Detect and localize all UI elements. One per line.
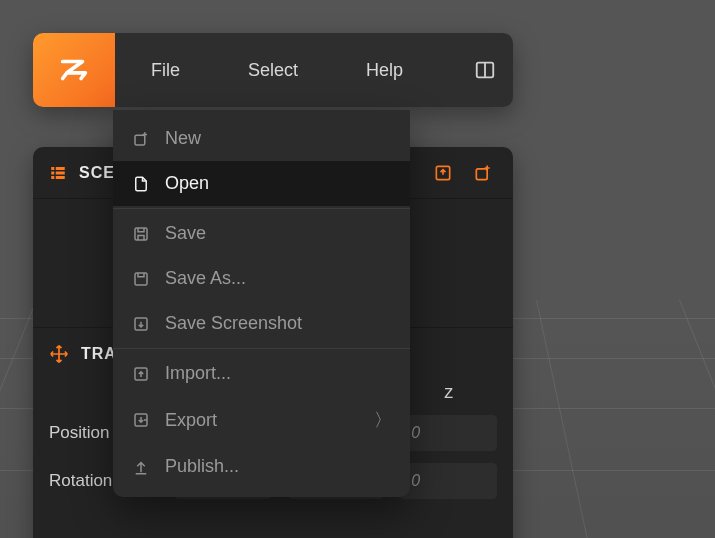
file-menu-open[interactable]: Open — [113, 161, 410, 206]
menu-select[interactable]: Select — [220, 50, 326, 91]
file-menu-save-as[interactable]: Save As... — [113, 256, 410, 301]
svg-rect-10 — [135, 135, 145, 145]
menu-separator — [113, 348, 410, 349]
menu-separator — [113, 208, 410, 209]
screenshot-icon — [131, 314, 151, 334]
add-icon — [473, 163, 493, 183]
menu-file[interactable]: File — [123, 50, 208, 91]
file-menu-item-label: Save — [165, 223, 206, 244]
menu-help[interactable]: Help — [338, 50, 431, 91]
file-menu-item-label: New — [165, 128, 201, 149]
position-z-input[interactable] — [400, 415, 497, 451]
svg-rect-3 — [51, 171, 54, 174]
file-menu-item-label: Open — [165, 173, 209, 194]
file-menu-export[interactable]: Export 〉 — [113, 396, 410, 444]
axis-z-label: z — [400, 382, 497, 403]
file-menu-new[interactable]: New — [113, 116, 410, 161]
rotation-z-input[interactable] — [400, 463, 497, 499]
file-menu-save[interactable]: Save — [113, 211, 410, 256]
scene-import-button[interactable] — [429, 159, 457, 187]
save-as-icon — [131, 269, 151, 289]
svg-rect-2 — [51, 167, 54, 170]
svg-rect-5 — [56, 167, 65, 170]
save-icon — [131, 224, 151, 244]
menubar-items: File Select Help — [115, 33, 457, 107]
file-menu-save-screenshot[interactable]: Save Screenshot — [113, 301, 410, 346]
file-icon — [131, 174, 151, 194]
panels-icon — [474, 59, 496, 81]
scene-add-button[interactable] — [469, 159, 497, 187]
app-logo[interactable] — [33, 33, 115, 107]
file-menu-item-label: Import... — [165, 363, 231, 384]
svg-rect-6 — [56, 171, 65, 174]
menubar: File Select Help — [33, 33, 513, 107]
svg-rect-11 — [135, 228, 147, 240]
logo-icon — [57, 53, 91, 87]
export-icon — [131, 410, 151, 430]
file-menu-item-label: Save As... — [165, 268, 246, 289]
new-icon — [131, 129, 151, 149]
file-menu-item-label: Save Screenshot — [165, 313, 302, 334]
file-menu-import[interactable]: Import... — [113, 351, 410, 396]
publish-icon — [131, 457, 151, 477]
file-menu-dropdown: New Open Save Save As... Save Screenshot… — [113, 110, 410, 497]
move-icon — [49, 344, 69, 364]
svg-rect-4 — [51, 176, 54, 179]
svg-rect-7 — [56, 176, 65, 179]
chevron-right-icon: 〉 — [374, 408, 392, 432]
file-menu-item-label: Publish... — [165, 456, 239, 477]
scene-icon — [49, 164, 67, 182]
import-icon — [131, 364, 151, 384]
file-menu-item-label: Export — [165, 410, 217, 431]
svg-rect-9 — [476, 168, 487, 179]
svg-rect-12 — [135, 273, 147, 285]
import-icon — [433, 163, 453, 183]
layout-toggle-button[interactable] — [457, 33, 513, 107]
file-menu-publish[interactable]: Publish... — [113, 444, 410, 489]
